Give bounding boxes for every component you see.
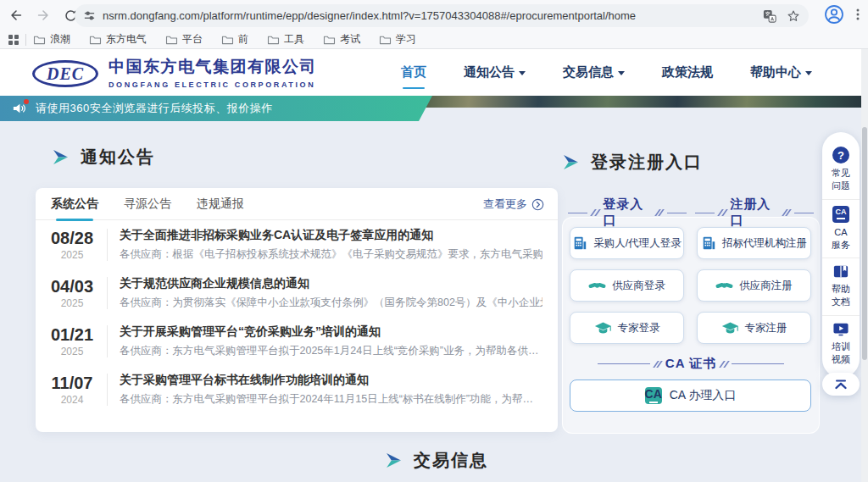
nav-item-notices[interactable]: 通知公告 [464,61,526,84]
tab-system-notices[interactable]: 系统公告 [51,188,98,220]
nav-item-trade-info[interactable]: 交易信息 [563,61,625,84]
folder-icon [267,35,280,45]
folder-icon [33,35,46,45]
scrollbar-thumb[interactable] [862,127,867,360]
menu-dots-icon[interactable] [851,8,865,21]
entry-section-title: 登录注册入口 [563,151,703,174]
browser-toolbar: nsrm.dongfang.com/platform/runtime/epp/d… [0,0,868,30]
video-icon [832,322,849,337]
notice-title-link[interactable]: 关于规范供应商企业规模信息的通知 [120,276,542,291]
folder-icon [165,35,178,45]
site-header: DEC 中国东方电气集团有限公司 DONGFANG ELECTRIC CORPO… [0,49,868,96]
apps-grid-icon[interactable] [8,35,19,45]
notice-card: 系统公告 寻源公告 违规通报 查看更多 08/282025 关于全面推进非招标采… [36,188,558,432]
chevron-up-icon [834,380,848,390]
divider [107,277,108,309]
notice-date: 08/28 [44,229,100,248]
company-name-cn: 中国东方电气集团有限公司 [108,56,317,78]
chevron-down-icon [805,71,812,75]
trade-section-title: 交易信息 [386,449,488,472]
bookmark-folder-pingtai[interactable]: 平台 [165,32,203,47]
notice-date: 11/07 [44,374,100,393]
notice-title-link[interactable]: 关于开展采购管理平台“竞价采购业务”培训的通知 [120,324,542,340]
chevron-down-icon [519,71,526,75]
ca-apply-button[interactable]: CA CA 办理入口 [570,380,811,412]
back-button[interactable] [5,4,27,26]
sidebar-item-help-docs[interactable]: 帮助 文档 [822,258,860,315]
speaker-icon [12,102,27,115]
section-arrow-icon [386,453,402,468]
ticker-text: 请使用360安全浏览器进行后续投标、报价操作 [36,101,273,116]
bid-agency-register-button[interactable]: 招标代理机构注册 [697,227,811,259]
tab-violation-reports[interactable]: 违规通报 [197,188,244,220]
bookmarks-separator [25,34,26,46]
tab-sourcing-notices[interactable]: 寻源公告 [124,188,171,220]
bookmark-star-icon[interactable] [787,9,800,23]
bookmark-folder-gongju[interactable]: 工具 [267,32,304,47]
bookmark-folder-kaoshi[interactable]: 考试 [323,32,360,47]
notification-dot [24,99,29,104]
notice-excerpt: 各供应商：东方电气采购管理平台拟于2025年1月24日上线“竞价采购”业务，为帮… [120,344,542,358]
notice-item[interactable]: 08/282025 关于全面推进非招标采购业务CA认证及电子签章应用的通知各供应… [36,220,558,269]
notice-excerpt: 各供应商：根据《电子招标投标系统技术规范》《电子采购交易规范》要求，东方电气采购… [120,247,542,262]
notice-tabs: 系统公告 寻源公告 违规通报 查看更多 [36,188,558,220]
notice-excerpt: 各供应商：东方电气采购管理平台拟于2024年11月15日上线“标书在线制作”功能… [120,392,542,407]
organization-icon [572,235,587,251]
notice-item[interactable]: 11/072024 关于采购管理平台标书在线制作功能培训的通知各供应商：东方电气… [36,365,558,413]
dec-logo[interactable]: DEC [32,60,98,87]
site-settings-icon[interactable] [83,9,96,22]
sidebar-item-ca-service[interactable]: CA CA 服务 [822,199,860,258]
bookmark-folder-langchao[interactable]: 浪潮 [33,32,70,47]
expert-login-button[interactable]: 专家登录 [570,312,684,344]
graduation-cap-icon [594,321,612,335]
nav-item-home[interactable]: 首页 [401,61,426,84]
profile-avatar-icon[interactable] [824,4,844,25]
handshake-icon [588,279,606,292]
nav-item-policies[interactable]: 政策法规 [662,61,713,84]
notice-year: 2024 [44,394,100,406]
forward-button[interactable] [32,4,54,26]
notice-title-link[interactable]: 关于全面推进非招标采购业务CA认证及电子签章应用的通知 [120,228,542,243]
notice-item[interactable]: 04/032025 关于规范供应商企业规模信息的通知各供应商：为贯彻落实《保障中… [36,269,558,317]
main-nav: 首页 通知公告 交易信息 政策法规 帮助中心 [401,49,812,96]
buyer-agent-login-button[interactable]: 采购人/代理人登录 [570,227,684,259]
notice-year: 2025 [44,346,100,357]
question-icon: ? [832,147,849,163]
translate-icon[interactable] [763,9,776,23]
notice-excerpt: 各供应商：为贯彻落实《保障中小企业款项支付条例》（国务院令第802号）及《中小企… [120,296,542,310]
supplier-login-button[interactable]: 供应商登录 [570,269,684,302]
section-arrow-icon [563,155,579,169]
chevron-right-circle-icon [531,198,544,211]
forward-icon [36,8,51,23]
notice-item[interactable]: 01/212025 关于开展采购管理平台“竞价采购业务”培训的通知各供应商：东方… [36,317,558,365]
floating-sidebar: ? 常见 问题 CA CA 服务 帮助 文档 培训 视频 [822,132,860,378]
bookmark-folder-qian[interactable]: 前 [221,32,248,47]
announcement-ticker[interactable]: 请使用360安全浏览器进行后续投标、报价操作 [0,96,432,121]
expert-register-button[interactable]: 专家注册 [697,312,811,344]
nav-item-help-center[interactable]: 帮助中心 [750,61,812,84]
view-more-link[interactable]: 查看更多 [483,188,544,220]
ca-cert-header: CA 证书 [568,356,814,372]
notice-title-link[interactable]: 关于采购管理平台标书在线制作功能培训的通知 [120,373,542,388]
divider [107,229,108,261]
url-text[interactable]: nsrm.dongfang.com/platform/runtime/epp/d… [103,9,756,22]
register-column-header: 注册入口 [695,197,814,229]
notice-year: 2025 [44,297,100,309]
ca-icon: CA [645,387,662,404]
divider [107,374,108,406]
bookmark-folder-xuexi[interactable]: 学习 [379,32,416,47]
book-icon [832,264,849,280]
supplier-register-button[interactable]: 供应商注册 [697,269,811,302]
notice-date: 04/03 [44,277,100,296]
organization-icon [701,235,716,251]
collapse-sidebar-button[interactable] [822,373,860,396]
sidebar-item-faq[interactable]: ? 常见 问题 [822,141,860,199]
url-bar[interactable]: nsrm.dongfang.com/platform/runtime/epp/d… [75,4,809,27]
divider [107,325,108,357]
notice-year: 2025 [44,249,100,261]
chevron-down-icon [618,71,625,75]
sidebar-item-training-videos[interactable]: 培训 视频 [822,315,860,373]
browser-chrome: nsrm.dongfang.com/platform/runtime/epp/d… [0,0,868,49]
bookmark-folder-dongfang[interactable]: 东方电气 [89,32,147,47]
graduation-cap-icon [721,321,739,335]
